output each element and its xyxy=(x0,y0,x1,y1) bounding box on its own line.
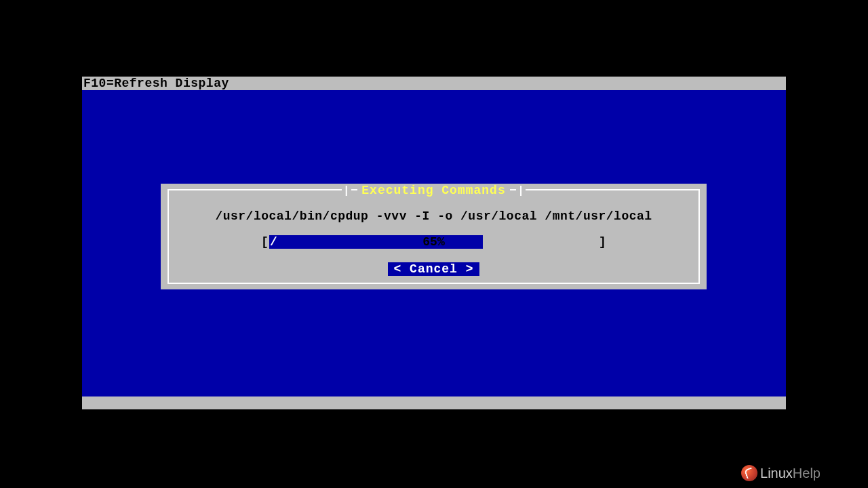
command-text: /usr/local/bin/cpdup -vvv -I -o /usr/loc… xyxy=(169,209,698,223)
refresh-hint: F10=Refresh Display xyxy=(83,77,229,90)
dialog-title: Executing Commands xyxy=(357,184,509,197)
button-row: < Cancel > xyxy=(169,262,698,276)
title-bracket-right: | xyxy=(516,185,526,197)
dialog-title-row: | Executing Commands | xyxy=(169,184,698,197)
spinner-icon: / xyxy=(269,235,279,249)
background-area: | Executing Commands | /usr/local/bin/cp… xyxy=(82,90,786,396)
bracket-right: ] xyxy=(599,235,607,249)
logo-text-help: Help xyxy=(793,466,821,481)
executing-commands-dialog: | Executing Commands | /usr/local/bin/cp… xyxy=(161,184,707,289)
dialog-frame: | Executing Commands | /usr/local/bin/cp… xyxy=(167,189,700,284)
bottom-bar xyxy=(82,396,786,409)
linuxhelp-logo: LinuxHelp xyxy=(741,465,821,481)
installer-screen: F10=Refresh Display | Executing Commands… xyxy=(82,77,786,409)
progress-bar: [ / 65% ] xyxy=(261,235,607,249)
logo-text-linux: Linux xyxy=(760,466,793,481)
progress-row: [ / 65% ] xyxy=(169,235,698,249)
title-bracket-left: | xyxy=(342,185,351,197)
bracket-left: [ xyxy=(261,235,269,249)
progress-track: / 65% xyxy=(269,235,599,249)
cancel-button[interactable]: < Cancel > xyxy=(388,262,479,276)
progress-fill xyxy=(269,235,484,249)
logo-text: LinuxHelp xyxy=(760,466,821,481)
top-hint-bar: F10=Refresh Display xyxy=(82,77,786,90)
logo-icon xyxy=(741,465,757,481)
